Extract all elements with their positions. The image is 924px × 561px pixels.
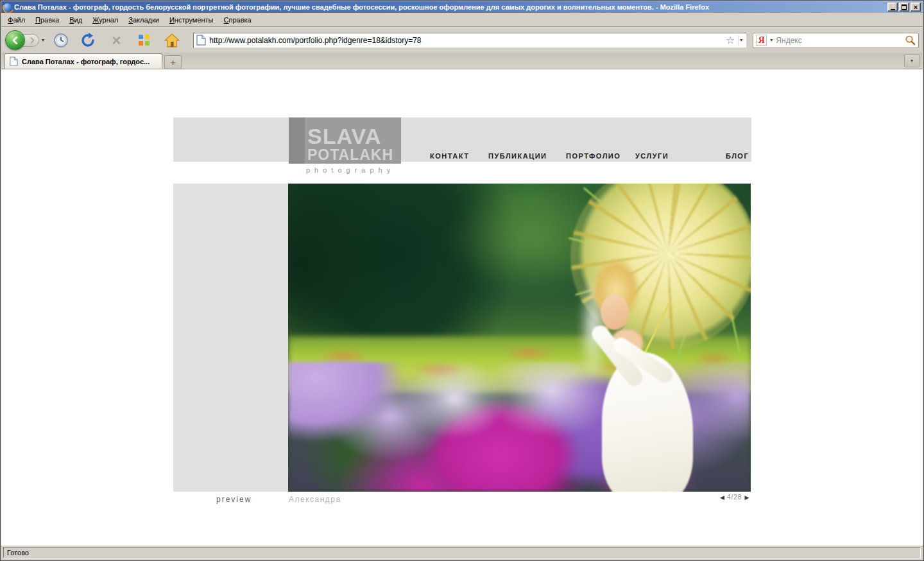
menu-bookmarks[interactable]: Закладки [123,13,164,26]
browser-window: Слава Поталах - фотограф, гордость белор… [0,0,924,561]
next-photo-button[interactable]: ▶ [744,494,749,501]
back-arrow-icon [12,37,19,44]
photo-title: Александра [289,495,341,504]
location-bar[interactable]: ☆ ▾ [193,33,747,48]
restore-button[interactable] [899,3,909,12]
portfolio-photo[interactable] [288,184,751,492]
search-input[interactable] [776,36,903,45]
logo-tagline: photography [306,166,395,174]
site-nav-publikacii[interactable]: ПУБЛИКАЦИИ [488,152,547,160]
history-clock-button[interactable] [53,32,69,49]
nav-history-dropdown[interactable]: ▾ [39,34,47,47]
menu-file[interactable]: Файл [3,13,30,26]
search-bar[interactable]: Я ▾ [753,33,919,48]
tab-title: Слава Поталах - фотограф, гордос... [22,58,150,65]
prev-photo-button[interactable]: ◀ [720,494,724,501]
site-logo[interactable]: SLAVA POTALAKH [289,117,401,164]
home-button[interactable] [164,32,180,49]
url-dropdown-caret[interactable]: ▾ [738,35,744,46]
site-nav-kontakt[interactable]: КОНТАКТ [430,152,469,160]
search-magnifier-icon[interactable] [905,35,916,46]
new-tab-button[interactable]: + [164,55,182,69]
forward-arrow-icon [29,37,35,44]
stop-icon: × [112,33,121,47]
stop-button[interactable]: × [108,32,124,49]
reload-icon [81,33,96,48]
logo-accent-bar [289,117,305,164]
title-bar: Слава Поталах - фотограф, гордость белор… [1,1,923,13]
clock-icon [53,33,69,48]
home-icon [164,33,180,48]
firefox-icon [3,3,12,12]
menu-edit[interactable]: Правка [30,13,64,26]
engine-dropdown-caret[interactable]: ▾ [769,35,774,46]
menu-view[interactable]: Вид [64,13,87,26]
tab-bar: Слава Поталах - фотограф, гордос... + ▾ [1,53,923,69]
gallery-left-panel [173,184,288,492]
page-viewport: SLAVA POTALAKH photography КОНТАКТ ПУБЛИ… [1,69,923,546]
url-input[interactable] [209,35,723,46]
page-icon [196,35,206,46]
menu-bar: Файл Правка Вид Журнал Закладки Инструме… [1,13,923,27]
menu-history[interactable]: Журнал [87,13,123,26]
pagination-counter: 4/28 [727,494,742,501]
speed-dial-button[interactable] [136,32,152,49]
bookmark-star-icon[interactable]: ☆ [726,35,735,46]
yandex-engine-icon[interactable]: Я [756,35,767,46]
bride-face [601,294,629,330]
tab-page-icon [10,56,18,66]
tab-active[interactable]: Слава Поталах - фотограф, гордос... [4,53,162,69]
logo-line2: POTALAKH [307,148,401,162]
navigation-toolbar: ▾ × [1,28,923,52]
site-nav-portfolio[interactable]: ПОРТФОЛИО [566,152,620,160]
pagination: ◀ 4/28 ▶ [720,494,749,501]
list-all-tabs-button[interactable]: ▾ [904,54,920,67]
minimize-button[interactable] [887,3,898,12]
site-nav-blog[interactable]: БЛОГ [726,152,749,160]
status-bar: Готово [1,546,923,560]
close-icon: × [914,4,918,10]
menu-help[interactable]: Справка [219,13,257,26]
window-title: Слава Поталах - фотограф, гордость белор… [14,3,885,11]
site-nav-uslugi[interactable]: УСЛУГИ [635,152,669,160]
restore-icon [902,5,907,10]
preview-label: preview [216,495,252,504]
logo-line1: SLAVA [307,125,401,147]
reload-button[interactable] [80,32,96,49]
colored-squares-icon [139,35,150,46]
menu-tools[interactable]: Инструменты [164,13,219,26]
status-text: Готово [7,549,29,557]
minimize-icon [891,9,895,10]
status-field: Готово [3,547,921,558]
back-button[interactable] [5,30,25,50]
close-button[interactable]: × [911,3,921,12]
